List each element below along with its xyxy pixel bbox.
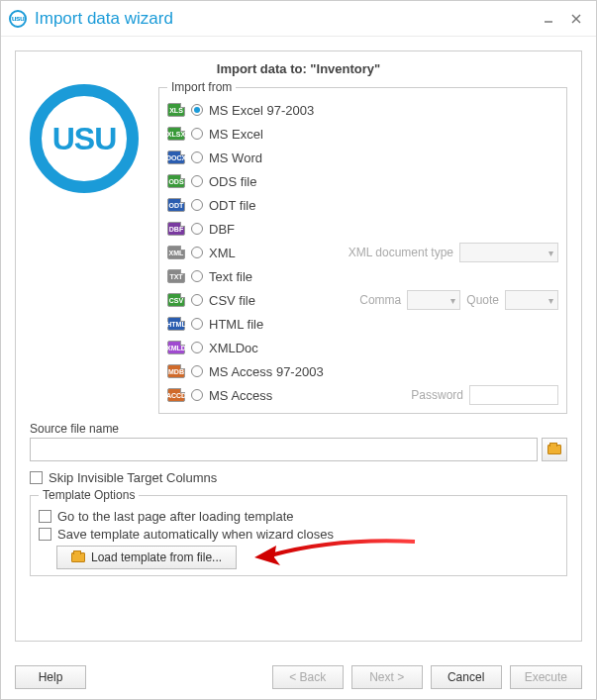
skip-invisible-checkbox[interactable] (30, 471, 43, 484)
source-file-input[interactable] (30, 438, 538, 461)
app-icon: usu (9, 10, 27, 28)
format-row: HTMLHTML file (167, 312, 558, 336)
panel-heading: Import data to: "Inventory" (30, 61, 567, 76)
format-label: XMLDoc (209, 341, 258, 355)
filetype-icon: TXT (167, 269, 185, 283)
load-template-label: Load template from file... (91, 550, 222, 564)
password-input[interactable] (469, 385, 558, 405)
format-radio[interactable] (191, 342, 203, 353)
format-radio[interactable] (191, 365, 203, 377)
execute-button[interactable]: Execute (510, 665, 582, 689)
format-radio[interactable] (191, 223, 203, 235)
usu-logo: USU (30, 84, 139, 193)
filetype-icon: XLS (167, 103, 185, 117)
format-label: CSV file (209, 293, 255, 308)
xml-type-select[interactable]: ▾ (459, 243, 558, 262)
folder-icon (71, 552, 85, 562)
filetype-icon: ODS (167, 174, 185, 188)
format-label: MS Access 97-2003 (209, 364, 324, 379)
footer: Help < Back Next > Cancel Execute (1, 655, 596, 699)
format-radio[interactable] (191, 104, 203, 116)
window-title: Import data wizard (35, 9, 533, 29)
next-button[interactable]: Next > (351, 665, 423, 689)
titlebar: usu Import data wizard (1, 1, 596, 37)
cancel-button[interactable]: Cancel (431, 665, 502, 689)
filetype-icon: DBF (167, 222, 185, 236)
format-radio[interactable] (191, 247, 203, 258)
format-label: MS Excel 97-2003 (209, 103, 314, 118)
format-row: ACCDMS AccessPassword (167, 383, 558, 407)
format-row: XLSMS Excel 97-2003 (167, 98, 558, 122)
load-template-button[interactable]: Load template from file... (56, 546, 237, 569)
format-row: ODSODS file (167, 169, 558, 193)
csv-comma-select[interactable]: ▾ (407, 290, 460, 310)
format-row: XMLXMLXML document type▾ (167, 241, 558, 264)
wizard-panel: Import data to: "Inventory" USU Import f… (15, 50, 582, 642)
format-radio[interactable] (191, 270, 203, 282)
folder-icon (547, 445, 561, 454)
skip-invisible-label: Skip Invisible Target Columns (49, 470, 217, 485)
hint-arrow (237, 546, 558, 569)
format-radio[interactable] (191, 294, 203, 306)
format-row: DBFDBF (167, 217, 558, 241)
template-options-fieldset: Template Options Go to the last page aft… (30, 488, 567, 576)
format-row: DOCXMS Word (167, 146, 558, 169)
format-label: XML (209, 246, 236, 260)
format-label: Text file (209, 269, 252, 284)
csv-comma-label: Comma (359, 293, 401, 307)
format-label: HTML file (209, 317, 263, 332)
format-row: CSVCSV fileComma▾Quote▾ (167, 288, 558, 312)
back-button[interactable]: < Back (272, 665, 344, 689)
filetype-icon: DOCX (167, 150, 185, 164)
minimize-button[interactable] (537, 7, 560, 31)
filetype-icon: MDB (167, 364, 185, 378)
format-radio[interactable] (191, 389, 203, 401)
format-radio[interactable] (191, 151, 203, 163)
format-label: ODS file (209, 174, 256, 189)
template-options-legend: Template Options (39, 488, 139, 502)
filetype-icon: CSV (167, 293, 185, 307)
go-last-page-label: Go to the last page after loading templa… (57, 509, 294, 524)
filetype-icon: XML (167, 246, 185, 259)
import-from-legend: Import from (167, 80, 236, 94)
close-button[interactable] (564, 7, 588, 31)
import-from-fieldset: Import from XLSMS Excel 97-2003XLSXMS Ex… (158, 80, 567, 414)
format-row: TXTText file (167, 264, 558, 288)
xml-type-label: XML document type (348, 246, 453, 259)
filetype-icon: ACCD (167, 388, 185, 402)
browse-button[interactable] (542, 438, 567, 461)
format-row: XLSXMS Excel (167, 122, 558, 146)
filetype-icon: XMLD (167, 341, 185, 354)
format-row: XMLDXMLDoc (167, 336, 558, 359)
format-label: ODT file (209, 198, 255, 213)
save-auto-checkbox[interactable] (39, 528, 51, 541)
format-radio[interactable] (191, 128, 203, 140)
format-row: ODTODT file (167, 193, 558, 217)
source-file-label: Source file name (30, 422, 567, 436)
format-row: MDBMS Access 97-2003 (167, 359, 558, 383)
format-label: MS Access (209, 388, 272, 403)
filetype-icon: HTML (167, 317, 185, 331)
filetype-icon: ODT (167, 198, 185, 212)
csv-quote-label: Quote (466, 293, 499, 307)
go-last-page-checkbox[interactable] (39, 510, 51, 523)
format-label: MS Word (209, 150, 262, 165)
format-radio[interactable] (191, 318, 203, 330)
format-radio[interactable] (191, 175, 203, 187)
filetype-icon: XLSX (167, 127, 185, 141)
format-label: DBF (209, 222, 235, 237)
csv-quote-select[interactable]: ▾ (505, 290, 558, 310)
password-label: Password (411, 388, 463, 402)
format-radio[interactable] (191, 199, 203, 211)
format-label: MS Excel (209, 127, 263, 142)
help-button[interactable]: Help (15, 665, 86, 689)
